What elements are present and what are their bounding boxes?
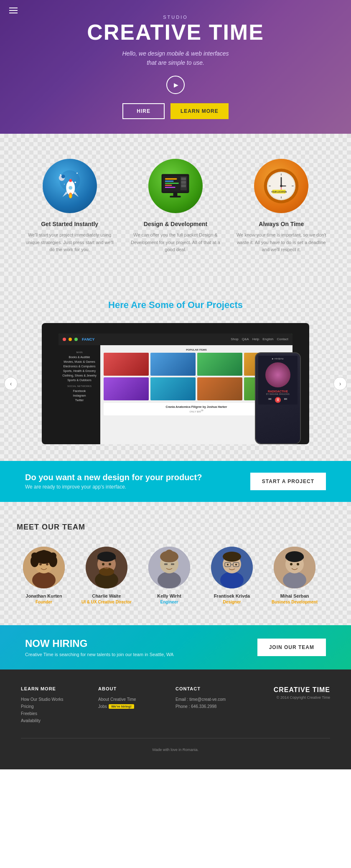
footer: LEARN MORE How Our Studio Works Pricing … bbox=[0, 669, 351, 769]
avatar-jonathan bbox=[23, 547, 65, 588]
footer-link-jobs[interactable]: Jobs bbox=[98, 704, 107, 709]
footer-link-phone[interactable]: Phone : 646.336.2998 bbox=[176, 704, 253, 709]
svg-point-75 bbox=[227, 564, 229, 565]
team-members: Jonathan Kurten Founder bbox=[17, 547, 334, 604]
hamburger-menu[interactable] bbox=[9, 8, 18, 13]
phone-mockup: ▶ mindjump RADIOACTIVE BY IMAGINE DRAGON… bbox=[255, 352, 301, 444]
footer-brand: CREATIVE TIME © 2014 Copyright Creative … bbox=[253, 686, 330, 725]
svg-rect-65 bbox=[164, 563, 168, 565]
start-project-button[interactable]: START A PROJECT bbox=[250, 473, 326, 490]
team-section: MEET OUR TEAM bbox=[0, 502, 351, 625]
member-role-charlie: UI & UX Creative Director bbox=[79, 600, 134, 604]
mockup-card bbox=[197, 377, 242, 400]
svg-rect-24 bbox=[181, 181, 186, 184]
svg-rect-21 bbox=[165, 187, 176, 188]
member-name-kelly: Kelly Wirht bbox=[142, 593, 196, 598]
svg-point-61 bbox=[158, 572, 181, 588]
svg-rect-56 bbox=[97, 556, 116, 559]
feature-title-design: Design & Development bbox=[130, 221, 221, 227]
hero-content: STUDIO CREATIVE TIME Hello, we design mo… bbox=[87, 15, 264, 120]
hire-button[interactable]: HIRE bbox=[122, 103, 165, 119]
svg-point-3 bbox=[64, 184, 65, 185]
feature-desc-design: We can offer you the full packet Design … bbox=[130, 232, 221, 254]
svg-rect-27 bbox=[170, 196, 181, 197]
footer-link-studio[interactable]: How Our Studio Works bbox=[21, 697, 98, 702]
feature-icon-started bbox=[43, 159, 97, 213]
svg-point-47 bbox=[31, 552, 38, 559]
mockup-sidebar: MAIN Books & Audible Movies, Music & Gam… bbox=[58, 345, 100, 444]
member-role-mihai: Business Development bbox=[267, 600, 322, 604]
team-title: MEET OUR TEAM bbox=[17, 523, 334, 532]
mockup-header: FANCY Shop Q&A Help English Contact bbox=[58, 333, 292, 345]
hero-nav bbox=[9, 8, 18, 13]
footer-col-about: ABOUT About Creative Time Jobs We're hir… bbox=[98, 686, 176, 725]
svg-point-58 bbox=[102, 563, 104, 565]
svg-point-6 bbox=[61, 175, 65, 178]
mockup-card bbox=[150, 353, 196, 376]
avatar-frantisek bbox=[211, 547, 253, 588]
svg-point-4 bbox=[74, 182, 76, 183]
svg-point-9 bbox=[69, 186, 72, 190]
cta-text: Do you want a new design for your produc… bbox=[25, 473, 202, 490]
mockup-nav: Shop Q&A Help English Contact bbox=[231, 337, 288, 341]
join-team-button[interactable]: JOIN OUR TEAM bbox=[257, 639, 326, 656]
mockup-dot-yellow bbox=[69, 338, 72, 341]
cta-heading: Do you want a new design for your produc… bbox=[25, 473, 202, 482]
mockup-dot-green bbox=[74, 338, 78, 341]
footer-link-email[interactable]: Email : time@creat-ve.com bbox=[176, 697, 253, 702]
member-name-frantisek: Frantisek Krivda bbox=[205, 593, 259, 598]
svg-point-42 bbox=[32, 572, 56, 588]
footer-col-title-about: ABOUT bbox=[98, 686, 176, 691]
phone-screen: ▶ mindjump RADIOACTIVE BY IMAGINE DRAGON… bbox=[256, 353, 300, 443]
features-section: Get Started Instantly We'll start your p… bbox=[0, 134, 351, 279]
mockup-card bbox=[197, 353, 242, 376]
feature-title-time: Always On Time bbox=[235, 221, 327, 227]
avatar-kelly bbox=[148, 547, 190, 588]
member-name-mihai: Mihai Serban bbox=[267, 593, 322, 598]
hero-play-button[interactable] bbox=[166, 76, 185, 94]
projects-title: Here Are Some of Our Projects bbox=[0, 300, 351, 311]
svg-rect-18 bbox=[165, 181, 174, 181]
hiring-text: NOW HIRING Creative Time is searching fo… bbox=[25, 638, 173, 657]
footer-link-pricing[interactable]: Pricing bbox=[21, 704, 98, 709]
feature-item-design: Design & Development We can offer you th… bbox=[130, 159, 221, 254]
footer-link-about[interactable]: About Creative Time bbox=[98, 697, 176, 702]
svg-rect-17 bbox=[165, 178, 177, 179]
svg-rect-67 bbox=[163, 562, 176, 563]
carousel-prev[interactable]: ‹ bbox=[4, 377, 18, 390]
footer-link-freebies[interactable]: Freebies bbox=[21, 711, 98, 716]
member-role-frantisek: Designer bbox=[205, 600, 259, 604]
svg-rect-23 bbox=[181, 178, 186, 181]
svg-point-71 bbox=[223, 552, 241, 562]
hero-subtitle: Hello, we design mobile & web interfaces… bbox=[87, 49, 264, 68]
footer-col-title-learn: LEARN MORE bbox=[21, 686, 98, 691]
footer-col-learn: LEARN MORE How Our Studio Works Pricing … bbox=[21, 686, 98, 725]
svg-rect-81 bbox=[285, 556, 304, 558]
footer-top: LEARN MORE How Our Studio Works Pricing … bbox=[21, 686, 330, 725]
feature-desc-time: We know your time is important, so we do… bbox=[235, 232, 327, 254]
svg-marker-11 bbox=[73, 191, 78, 197]
svg-point-69 bbox=[220, 572, 244, 588]
feature-icon-time: YOUR LOCATION bbox=[254, 159, 308, 213]
feature-title-started: Get Started Instantly bbox=[24, 221, 116, 227]
mockup-card bbox=[104, 353, 149, 376]
projects-carousel: ‹ FANCY Shop Q&A Help English Contact bbox=[0, 323, 351, 444]
learn-more-button[interactable]: LEARN MORE bbox=[170, 103, 229, 119]
hero-title: CREATIVE TIME bbox=[87, 21, 264, 43]
svg-marker-10 bbox=[62, 191, 67, 197]
hiring-subtext: Creative Time is searching for new talen… bbox=[25, 652, 173, 657]
footer-copyright: © 2014 Copyright Creative Time bbox=[253, 695, 330, 700]
svg-point-83 bbox=[297, 563, 299, 565]
team-member-jonathan: Jonathan Kurten Founder bbox=[17, 547, 71, 604]
svg-point-78 bbox=[283, 572, 306, 588]
svg-rect-66 bbox=[171, 563, 174, 565]
footer-link-availability[interactable]: Availability bbox=[21, 718, 98, 723]
svg-point-38 bbox=[280, 185, 282, 187]
footer-col-title-contact: CONTACT bbox=[176, 686, 253, 691]
svg-text:YOUR LOCATION: YOUR LOCATION bbox=[271, 191, 287, 193]
footer-divider bbox=[21, 738, 330, 738]
svg-point-51 bbox=[46, 563, 48, 565]
projects-section: Here Are Some of Our Projects ‹ FANCY Sh… bbox=[0, 279, 351, 461]
carousel-next[interactable]: › bbox=[333, 377, 347, 390]
cta-banner: Do you want a new design for your produc… bbox=[0, 461, 351, 502]
